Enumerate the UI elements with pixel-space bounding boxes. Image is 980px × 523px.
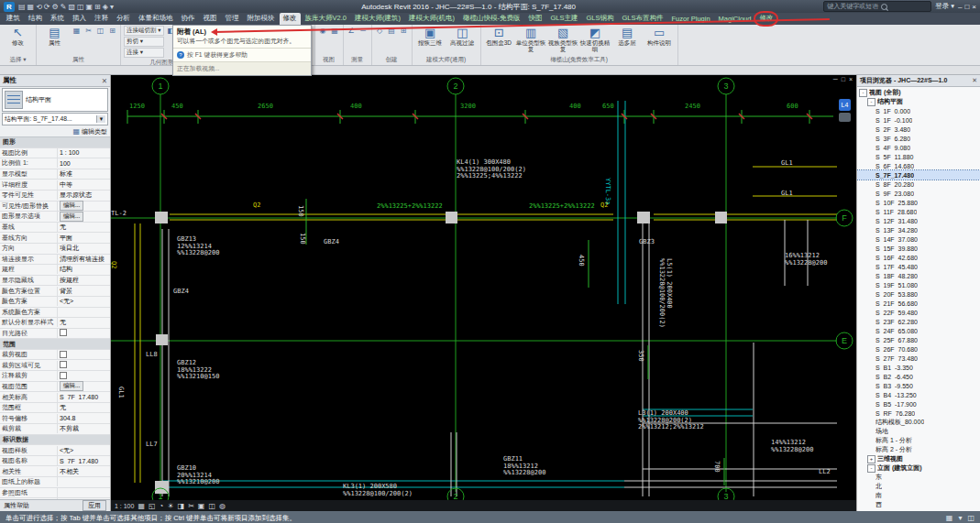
- ribbon-tab-12[interactable]: 族库大师V2.0: [302, 13, 350, 25]
- qat-icon-0[interactable]: ▤: [18, 3, 26, 11]
- ribbon-button-快速切换精细[interactable]: ◩快速切换精细: [580, 26, 611, 52]
- property-value[interactable]: 中等: [58, 180, 110, 190]
- browser-item-南[interactable]: 南: [857, 491, 980, 500]
- property-value[interactable]: 项目北: [58, 244, 110, 253]
- ribbon-tab-0[interactable]: 建筑: [3, 13, 24, 25]
- ribbon-tab-9[interactable]: 管理: [222, 13, 243, 25]
- property-row-30[interactable]: 视图名称S_7F_17.480: [0, 456, 110, 467]
- browser-item-S_9F_23.080[interactable]: S_9F_23.080: [857, 189, 980, 198]
- qat-icon-7[interactable]: ◫: [77, 3, 84, 11]
- browser-item-S_20F_53.880[interactable]: S_20F_53.880: [857, 289, 980, 299]
- browser-item-S_15F_39.880[interactable]: S_15F_39.880: [857, 244, 980, 253]
- browser-item-S_10F_25.880[interactable]: S_10F_25.880: [857, 198, 980, 207]
- qat-icon-1[interactable]: ▦: [28, 3, 35, 11]
- qat-icon-11[interactable]: ▾: [110, 3, 114, 11]
- property-row-22[interactable]: 注释裁剪: [0, 371, 110, 382]
- property-row-11[interactable]: 墙连接显示清理所有墙连接: [0, 255, 110, 266]
- property-value[interactable]: [58, 372, 110, 380]
- ribbon-tab-15[interactable]: 橄榄山快模-免费版: [459, 13, 524, 25]
- property-value[interactable]: 不剪裁: [58, 424, 110, 433]
- browser-item-S_21F_56.680[interactable]: S_21F_56.680: [857, 299, 980, 308]
- property-row-12[interactable]: 规程结构: [0, 265, 110, 276]
- property-row-23[interactable]: 视图范围编辑...: [0, 382, 110, 393]
- browser-item-S_2F_3.480[interactable]: S_2F_3.480: [857, 125, 980, 134]
- ribbon-button-单位类型恢复[interactable]: ▥单位类型恢复: [516, 26, 546, 52]
- viewbar-icon-0[interactable]: ▦: [138, 502, 145, 510]
- browser-item-S_24F_65.080[interactable]: S_24F_65.080: [857, 326, 980, 335]
- viewbar-icon-1[interactable]: ◱: [149, 502, 156, 510]
- browser-item-S_26F_70.680[interactable]: S_26F_70.680: [857, 344, 980, 354]
- qat-icon-9[interactable]: ⊞: [94, 3, 101, 11]
- property-value[interactable]: 100: [58, 160, 110, 167]
- property-value[interactable]: S_7F_17.480: [58, 458, 110, 464]
- browser-item-S_25F_67.880[interactable]: S_25F_67.880: [857, 335, 980, 344]
- pan-tool-icon[interactable]: [839, 113, 851, 122]
- browser-item-S_5F_11.880[interactable]: S_5F_11.880: [857, 152, 980, 161]
- ribbon-tab-5[interactable]: 分析: [113, 13, 134, 25]
- property-value[interactable]: 无: [58, 223, 110, 232]
- status-icon-2[interactable]: ◫: [967, 514, 974, 522]
- property-value[interactable]: <无>: [58, 446, 110, 455]
- ribbon-tool-icon-1-3[interactable]: ◫: [95, 26, 105, 36]
- property-value[interactable]: 不相关: [58, 467, 110, 476]
- property-row-15[interactable]: 颜色方案<无>: [0, 297, 110, 308]
- browser-item-S_8F_20.280[interactable]: S_8F_20.280: [857, 180, 980, 189]
- browser-item-S_3F_6.280[interactable]: S_3F_6.280: [857, 134, 980, 143]
- browser-item-北[interactable]: 北: [857, 482, 980, 491]
- property-value[interactable]: 显示原状态: [58, 191, 110, 200]
- ribbon-button-包围盒3D[interactable]: ⊡包围盒3D: [484, 26, 514, 46]
- ribbon-button-视族类型恢复[interactable]: ▧视族类型恢复: [548, 26, 578, 52]
- property-value[interactable]: 无: [58, 318, 110, 327]
- collapse-icon[interactable]: -: [867, 98, 875, 106]
- property-value[interactable]: 清理所有墙连接: [58, 255, 110, 264]
- browser-item-S_18F_48.280[interactable]: S_18F_48.280: [857, 271, 980, 280]
- checkbox[interactable]: [60, 372, 67, 379]
- property-row-25[interactable]: 范围框无: [0, 403, 110, 414]
- browser-item-S_14F_37.080[interactable]: S_14F_37.080: [857, 234, 980, 244]
- qat-icon-5[interactable]: ✎: [61, 3, 67, 11]
- ribbon-tool-icon-1-4[interactable]: ⊞: [107, 26, 117, 36]
- ribbon-tool-icon-5-0[interactable]: ∠: [347, 26, 357, 36]
- ribbon-tool-icon-1-2[interactable]: ✂: [83, 26, 94, 36]
- viewbar-icon-4[interactable]: ◨: [178, 502, 185, 510]
- ribbon-tab-1[interactable]: 结构: [25, 13, 46, 25]
- browser-item-S_RF_76.280[interactable]: S_RF_76.280: [857, 409, 980, 418]
- viewbar-icon-6[interactable]: ▣: [198, 502, 205, 510]
- browser-item-S_22F_59.480[interactable]: S_22F_59.480: [857, 308, 980, 317]
- browser-item-结构模板_80.000[interactable]: 结构模板_80.000: [857, 418, 980, 427]
- property-row-18[interactable]: 日光路径: [0, 329, 110, 340]
- ribbon-button-2-0-1[interactable]: 剪切 ▾: [124, 37, 164, 47]
- property-row-31[interactable]: 相关性不相关: [0, 466, 110, 477]
- browser-item-东[interactable]: 东: [857, 473, 980, 482]
- expand-icon[interactable]: +: [867, 455, 875, 463]
- viewbar-icon-3[interactable]: ☀: [167, 502, 173, 510]
- property-row-20[interactable]: 裁剪视图: [0, 350, 110, 361]
- property-value[interactable]: [58, 361, 110, 369]
- property-row-29[interactable]: 视图样板<无>: [0, 445, 110, 456]
- property-row-14[interactable]: 颜色方案位置背景: [0, 286, 110, 297]
- view-minimize-icon[interactable]: ─: [833, 76, 838, 82]
- collapse-icon[interactable]: -: [859, 89, 867, 97]
- navigation-bar-icon[interactable]: L4: [839, 99, 851, 111]
- browser-item-S_13F_34.280[interactable]: S_13F_34.280: [857, 225, 980, 234]
- view-close-icon[interactable]: ×: [849, 76, 853, 82]
- browser-item-三维视图[interactable]: +三维视图: [857, 454, 980, 463]
- property-row-24[interactable]: 相关标高S_7F_17.480: [0, 392, 110, 403]
- ribbon-button-属性[interactable]: ▤属性: [39, 26, 70, 46]
- property-row-33[interactable]: 参照图纸: [0, 488, 110, 499]
- close-icon[interactable]: ×: [972, 3, 976, 11]
- property-row-26[interactable]: 符号偏移304.8: [0, 413, 110, 424]
- property-row-2[interactable]: 比例值 1:100: [0, 158, 110, 169]
- qat-icon-10[interactable]: ◈: [103, 3, 108, 11]
- properties-help-link[interactable]: 属性帮助: [4, 501, 29, 510]
- property-row-3[interactable]: 显示模型标准: [0, 169, 110, 180]
- property-row-27[interactable]: 截剪裁不剪裁: [0, 424, 110, 435]
- viewbar-icon-7[interactable]: ◫: [208, 502, 215, 510]
- checkbox[interactable]: [60, 361, 67, 368]
- viewbar-icon-8[interactable]: ◍: [219, 502, 226, 510]
- close-icon[interactable]: ✕: [972, 77, 977, 84]
- browser-item-S_12F_31.480[interactable]: S_12F_31.480: [857, 216, 980, 225]
- property-row-1[interactable]: 视图比例1 : 100: [0, 148, 110, 159]
- browser-item-标高 2 - 分析[interactable]: 标高 2 - 分析: [857, 445, 980, 454]
- collapse-icon[interactable]: -: [867, 464, 875, 473]
